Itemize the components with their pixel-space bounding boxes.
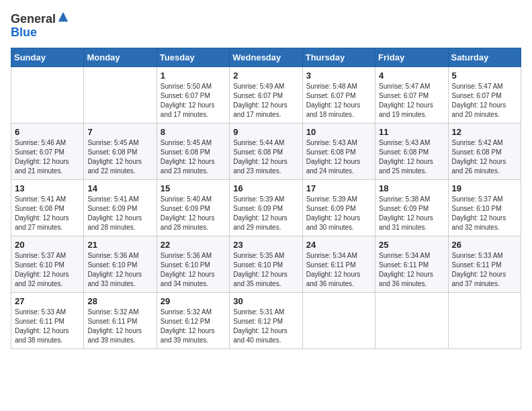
calendar-cell: 7Sunrise: 5:45 AM Sunset: 6:08 PM Daylig… bbox=[84, 123, 157, 179]
calendar-week-4: 27Sunrise: 5:33 AM Sunset: 6:11 PM Dayli… bbox=[11, 292, 521, 349]
logo-icon bbox=[57, 11, 69, 23]
day-info: Sunrise: 5:33 AM Sunset: 6:11 PM Dayligh… bbox=[15, 308, 80, 345]
day-number: 15 bbox=[161, 183, 226, 193]
calendar-cell: 29Sunrise: 5:32 AM Sunset: 6:12 PM Dayli… bbox=[157, 292, 229, 349]
calendar-week-2: 13Sunrise: 5:41 AM Sunset: 6:08 PM Dayli… bbox=[11, 179, 521, 236]
day-number: 26 bbox=[452, 240, 517, 250]
day-info: Sunrise: 5:43 AM Sunset: 6:08 PM Dayligh… bbox=[306, 138, 371, 176]
calendar-cell: 25Sunrise: 5:34 AM Sunset: 6:11 PM Dayli… bbox=[375, 236, 448, 292]
calendar-cell bbox=[448, 292, 521, 349]
day-info: Sunrise: 5:47 AM Sunset: 6:07 PM Dayligh… bbox=[452, 82, 517, 120]
day-info: Sunrise: 5:40 AM Sunset: 6:09 PM Dayligh… bbox=[161, 195, 226, 232]
calendar-cell: 28Sunrise: 5:32 AM Sunset: 6:11 PM Dayli… bbox=[84, 292, 157, 349]
day-info: Sunrise: 5:37 AM Sunset: 6:10 PM Dayligh… bbox=[15, 251, 80, 289]
day-info: Sunrise: 5:39 AM Sunset: 6:09 PM Dayligh… bbox=[233, 195, 298, 232]
calendar-cell bbox=[375, 292, 448, 349]
calendar-cell: 13Sunrise: 5:41 AM Sunset: 6:08 PM Dayli… bbox=[11, 179, 84, 236]
day-number: 27 bbox=[15, 296, 80, 306]
day-number: 6 bbox=[15, 127, 80, 137]
calendar-cell: 19Sunrise: 5:37 AM Sunset: 6:10 PM Dayli… bbox=[448, 179, 521, 236]
day-number: 3 bbox=[306, 71, 371, 81]
day-number: 17 bbox=[306, 183, 371, 193]
calendar-cell: 5Sunrise: 5:47 AM Sunset: 6:07 PM Daylig… bbox=[448, 66, 521, 123]
weekday-header-wednesday: Wednesday bbox=[230, 48, 302, 66]
day-number: 16 bbox=[233, 183, 298, 193]
page-header: General Blue bbox=[11, 11, 521, 40]
day-info: Sunrise: 5:39 AM Sunset: 6:09 PM Dayligh… bbox=[306, 195, 371, 232]
calendar-week-3: 20Sunrise: 5:37 AM Sunset: 6:10 PM Dayli… bbox=[11, 236, 521, 292]
calendar-cell: 16Sunrise: 5:39 AM Sunset: 6:09 PM Dayli… bbox=[230, 179, 302, 236]
day-info: Sunrise: 5:33 AM Sunset: 6:11 PM Dayligh… bbox=[452, 251, 517, 289]
calendar-cell: 14Sunrise: 5:41 AM Sunset: 6:09 PM Dayli… bbox=[84, 179, 157, 236]
weekday-header-tuesday: Tuesday bbox=[157, 48, 229, 66]
logo: General Blue bbox=[11, 11, 69, 40]
weekday-header-monday: Monday bbox=[84, 48, 157, 66]
calendar-cell: 17Sunrise: 5:39 AM Sunset: 6:09 PM Dayli… bbox=[302, 179, 375, 236]
day-number: 2 bbox=[233, 71, 298, 81]
weekday-header-row: SundayMondayTuesdayWednesdayThursdayFrid… bbox=[11, 48, 521, 66]
logo-blue-text: Blue bbox=[11, 26, 37, 39]
day-info: Sunrise: 5:31 AM Sunset: 6:12 PM Dayligh… bbox=[233, 308, 298, 345]
day-info: Sunrise: 5:32 AM Sunset: 6:12 PM Dayligh… bbox=[161, 308, 226, 345]
day-info: Sunrise: 5:44 AM Sunset: 6:08 PM Dayligh… bbox=[233, 138, 298, 176]
day-info: Sunrise: 5:35 AM Sunset: 6:10 PM Dayligh… bbox=[233, 251, 298, 289]
day-info: Sunrise: 5:47 AM Sunset: 6:07 PM Dayligh… bbox=[379, 82, 444, 120]
day-info: Sunrise: 5:45 AM Sunset: 6:08 PM Dayligh… bbox=[161, 138, 226, 176]
day-info: Sunrise: 5:32 AM Sunset: 6:11 PM Dayligh… bbox=[87, 308, 152, 345]
day-number: 21 bbox=[87, 240, 152, 250]
day-number: 22 bbox=[161, 240, 226, 250]
day-info: Sunrise: 5:48 AM Sunset: 6:07 PM Dayligh… bbox=[306, 82, 371, 120]
calendar-cell: 3Sunrise: 5:48 AM Sunset: 6:07 PM Daylig… bbox=[302, 66, 375, 123]
day-info: Sunrise: 5:43 AM Sunset: 6:08 PM Dayligh… bbox=[379, 138, 444, 176]
day-number: 11 bbox=[379, 127, 444, 137]
calendar-week-1: 6Sunrise: 5:46 AM Sunset: 6:07 PM Daylig… bbox=[11, 123, 521, 179]
calendar-cell: 24Sunrise: 5:34 AM Sunset: 6:11 PM Dayli… bbox=[302, 236, 375, 292]
calendar-cell: 9Sunrise: 5:44 AM Sunset: 6:08 PM Daylig… bbox=[230, 123, 302, 179]
day-info: Sunrise: 5:46 AM Sunset: 6:07 PM Dayligh… bbox=[15, 138, 80, 176]
calendar-cell: 20Sunrise: 5:37 AM Sunset: 6:10 PM Dayli… bbox=[11, 236, 84, 292]
day-number: 25 bbox=[379, 240, 444, 250]
calendar-cell: 1Sunrise: 5:50 AM Sunset: 6:07 PM Daylig… bbox=[157, 66, 229, 123]
calendar-cell bbox=[84, 66, 157, 123]
day-number: 1 bbox=[161, 71, 226, 81]
day-number: 29 bbox=[161, 296, 226, 306]
day-number: 24 bbox=[306, 240, 371, 250]
day-info: Sunrise: 5:42 AM Sunset: 6:08 PM Dayligh… bbox=[452, 138, 517, 176]
calendar-cell bbox=[11, 66, 84, 123]
calendar-week-0: 1Sunrise: 5:50 AM Sunset: 6:07 PM Daylig… bbox=[11, 66, 521, 123]
calendar-cell: 11Sunrise: 5:43 AM Sunset: 6:08 PM Dayli… bbox=[375, 123, 448, 179]
day-info: Sunrise: 5:41 AM Sunset: 6:08 PM Dayligh… bbox=[15, 195, 80, 232]
weekday-header-thursday: Thursday bbox=[302, 48, 375, 66]
calendar-cell: 27Sunrise: 5:33 AM Sunset: 6:11 PM Dayli… bbox=[11, 292, 84, 349]
day-number: 8 bbox=[161, 127, 226, 137]
day-number: 13 bbox=[15, 183, 80, 193]
day-number: 23 bbox=[233, 240, 298, 250]
calendar-cell: 10Sunrise: 5:43 AM Sunset: 6:08 PM Dayli… bbox=[302, 123, 375, 179]
calendar-cell: 15Sunrise: 5:40 AM Sunset: 6:09 PM Dayli… bbox=[157, 179, 229, 236]
day-info: Sunrise: 5:37 AM Sunset: 6:10 PM Dayligh… bbox=[452, 195, 517, 232]
calendar-cell: 26Sunrise: 5:33 AM Sunset: 6:11 PM Dayli… bbox=[448, 236, 521, 292]
day-info: Sunrise: 5:38 AM Sunset: 6:09 PM Dayligh… bbox=[379, 195, 444, 232]
day-info: Sunrise: 5:36 AM Sunset: 6:10 PM Dayligh… bbox=[87, 251, 152, 289]
calendar-table: SundayMondayTuesdayWednesdayThursdayFrid… bbox=[11, 48, 521, 349]
day-number: 9 bbox=[233, 127, 298, 137]
calendar-cell: 6Sunrise: 5:46 AM Sunset: 6:07 PM Daylig… bbox=[11, 123, 84, 179]
day-info: Sunrise: 5:34 AM Sunset: 6:11 PM Dayligh… bbox=[379, 251, 444, 289]
day-number: 7 bbox=[87, 127, 152, 137]
day-number: 5 bbox=[452, 71, 517, 81]
calendar-cell: 12Sunrise: 5:42 AM Sunset: 6:08 PM Dayli… bbox=[448, 123, 521, 179]
weekday-header-saturday: Saturday bbox=[448, 48, 521, 66]
day-info: Sunrise: 5:45 AM Sunset: 6:08 PM Dayligh… bbox=[87, 138, 152, 176]
day-number: 30 bbox=[233, 296, 298, 306]
calendar-cell: 22Sunrise: 5:36 AM Sunset: 6:10 PM Dayli… bbox=[157, 236, 229, 292]
day-number: 28 bbox=[87, 296, 152, 306]
day-info: Sunrise: 5:41 AM Sunset: 6:09 PM Dayligh… bbox=[87, 195, 152, 232]
day-number: 12 bbox=[452, 127, 517, 137]
calendar-cell: 30Sunrise: 5:31 AM Sunset: 6:12 PM Dayli… bbox=[230, 292, 302, 349]
calendar-cell: 8Sunrise: 5:45 AM Sunset: 6:08 PM Daylig… bbox=[157, 123, 229, 179]
calendar-cell: 18Sunrise: 5:38 AM Sunset: 6:09 PM Dayli… bbox=[375, 179, 448, 236]
calendar-cell: 23Sunrise: 5:35 AM Sunset: 6:10 PM Dayli… bbox=[230, 236, 302, 292]
day-info: Sunrise: 5:36 AM Sunset: 6:10 PM Dayligh… bbox=[161, 251, 226, 289]
weekday-header-sunday: Sunday bbox=[11, 48, 84, 66]
day-number: 10 bbox=[306, 127, 371, 137]
